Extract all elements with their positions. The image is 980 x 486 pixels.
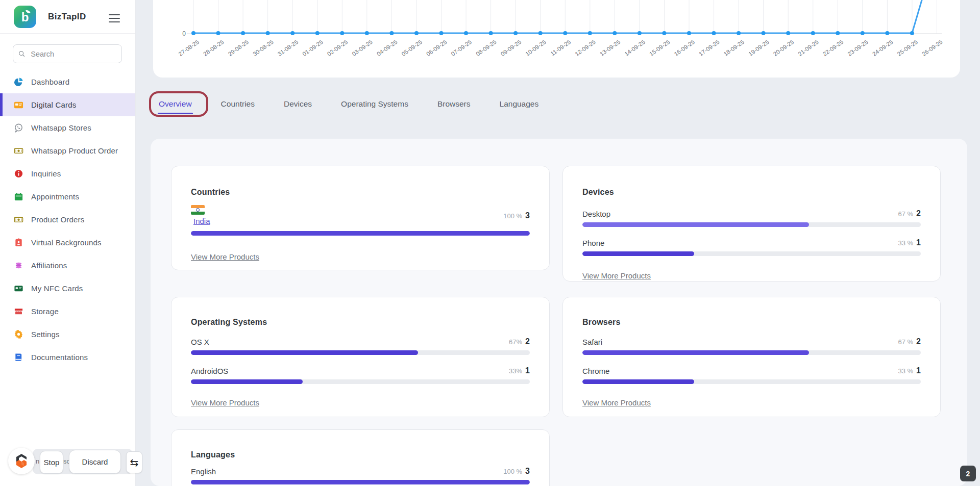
sidebar-item-my-nfc-cards[interactable]: My NFC Cards bbox=[0, 277, 135, 300]
progress-fill bbox=[191, 231, 530, 236]
progress-fill bbox=[582, 222, 809, 227]
sidebar-item-virtual-backgrounds[interactable]: Virtual Backgrounds bbox=[0, 231, 135, 254]
stop-button[interactable]: Stop bbox=[40, 451, 63, 474]
count-value: 1 bbox=[916, 366, 921, 375]
sidebar-item-appointments[interactable]: Appointments bbox=[0, 185, 135, 208]
search-icon bbox=[18, 50, 25, 58]
search-box[interactable] bbox=[13, 44, 122, 63]
gear-icon bbox=[14, 329, 23, 339]
svg-text:19-09-25: 19-09-25 bbox=[747, 39, 770, 57]
svg-text:18-09-25: 18-09-25 bbox=[723, 39, 746, 57]
sidebar-item-digital-cards[interactable]: Digital Cards bbox=[0, 93, 135, 116]
progress-fill bbox=[191, 350, 418, 355]
operating-systems-card: Operating Systems OS X 67%2 AndroidOS 33… bbox=[171, 297, 550, 417]
id-card-icon bbox=[14, 100, 23, 110]
card-title: Countries bbox=[191, 188, 530, 197]
sidebar-item-label: Documentations bbox=[31, 353, 88, 362]
count-value: 2 bbox=[916, 209, 921, 218]
progress-track bbox=[191, 350, 530, 355]
tab-browsers[interactable]: Browsers bbox=[437, 94, 471, 114]
sidebar-item-inquiries[interactable]: Inquiries bbox=[0, 162, 135, 185]
percent-value: 67 % bbox=[898, 210, 913, 218]
svg-text:27-08-25: 27-08-25 bbox=[178, 39, 201, 57]
percent-value: 67% bbox=[509, 338, 522, 346]
svg-text:09-09-25: 09-09-25 bbox=[500, 39, 523, 57]
sidebar-item-settings[interactable]: Settings bbox=[0, 323, 135, 346]
svg-text:26-09-25: 26-09-25 bbox=[921, 39, 944, 57]
progress-track bbox=[582, 379, 921, 384]
svg-text:11-09-25: 11-09-25 bbox=[549, 39, 572, 57]
sidebar: b BizTapID Dashboard Digital Cards Whats… bbox=[0, 0, 136, 486]
sidebar-item-whatsapp-product-order[interactable]: Whatsapp Product Order bbox=[0, 139, 135, 162]
card-title: Operating Systems bbox=[191, 318, 530, 327]
sidebar-item-label: Whatsapp Product Order bbox=[31, 146, 118, 155]
calendar-icon bbox=[14, 192, 23, 201]
annotation-number-badge: 2 bbox=[960, 466, 976, 481]
sidebar-item-storage[interactable]: Storage bbox=[0, 300, 135, 323]
svg-text:28-08-25: 28-08-25 bbox=[202, 39, 225, 57]
svg-text:24-09-25: 24-09-25 bbox=[871, 39, 894, 57]
pie-chart-icon bbox=[14, 77, 23, 87]
sidebar-item-documentations[interactable]: Documentations bbox=[0, 346, 135, 369]
sidebar-item-label: Appointments bbox=[31, 192, 79, 201]
agent-logo-icon bbox=[14, 453, 29, 469]
sidebar-item-label: Virtual Backgrounds bbox=[31, 238, 102, 247]
svg-text:30-08-25: 30-08-25 bbox=[252, 39, 275, 57]
visits-line-chart: 27-08-2528-08-2529-08-2530-08-2531-08-25… bbox=[153, 0, 960, 78]
analytics-tabs: Overview Countries Devices Operating Sys… bbox=[159, 93, 538, 115]
sidebar-item-label: My NFC Cards bbox=[31, 284, 83, 293]
view-more-products-link[interactable]: View More Products bbox=[191, 252, 259, 261]
row-label: Desktop bbox=[582, 210, 610, 218]
coins-icon bbox=[14, 261, 23, 270]
search-input[interactable] bbox=[30, 49, 116, 59]
svg-text:05-09-25: 05-09-25 bbox=[400, 39, 423, 57]
view-more-products-link[interactable]: View More Products bbox=[191, 398, 259, 407]
row-label: Chrome bbox=[582, 367, 609, 375]
hamburger-menu-icon[interactable] bbox=[109, 14, 120, 22]
svg-text:31-08-25: 31-08-25 bbox=[277, 39, 300, 57]
percent-value: 67 % bbox=[898, 338, 913, 346]
discard-button[interactable]: Discard bbox=[69, 450, 121, 474]
progress-track bbox=[191, 379, 530, 384]
cash-icon bbox=[14, 146, 23, 156]
svg-text:21-09-25: 21-09-25 bbox=[797, 39, 820, 57]
country-link[interactable]: India bbox=[193, 217, 210, 225]
sidebar-item-dashboard[interactable]: Dashboard bbox=[0, 70, 135, 93]
svg-text:13-09-25: 13-09-25 bbox=[599, 39, 622, 57]
tab-overview[interactable]: Overview bbox=[159, 94, 192, 114]
progress-fill bbox=[582, 350, 809, 355]
sidebar-item-affiliations[interactable]: Affiliations bbox=[0, 254, 135, 277]
tab-devices[interactable]: Devices bbox=[284, 94, 312, 114]
count-value: 2 bbox=[525, 337, 530, 346]
progress-fill bbox=[582, 251, 694, 256]
sidebar-item-product-orders[interactable]: Product Orders bbox=[0, 208, 135, 231]
row-label: Phone bbox=[582, 239, 604, 247]
sidebar-item-label: Product Orders bbox=[31, 215, 85, 224]
svg-text:04-09-25: 04-09-25 bbox=[376, 39, 399, 57]
view-more-products-link[interactable]: View More Products bbox=[582, 398, 651, 407]
nfc-card-icon bbox=[14, 284, 23, 293]
app-title: BizTapID bbox=[48, 12, 86, 22]
count-value: 3 bbox=[525, 467, 530, 475]
cash-icon bbox=[14, 215, 23, 224]
card-title: Devices bbox=[582, 188, 921, 197]
sidebar-item-whatsapp-stores[interactable]: Whatsapp Stores bbox=[0, 116, 135, 139]
svg-text:06-09-25: 06-09-25 bbox=[425, 39, 448, 57]
tab-countries[interactable]: Countries bbox=[221, 94, 255, 114]
languages-card: Languages English 100 %3 bbox=[171, 429, 550, 486]
sidebar-nav: Dashboard Digital Cards Whatsapp Stores … bbox=[0, 70, 135, 369]
view-more-products-link[interactable]: View More Products bbox=[582, 271, 651, 280]
tab-languages[interactable]: Languages bbox=[500, 94, 539, 114]
tab-operating-systems[interactable]: Operating Systems bbox=[341, 94, 408, 114]
swap-arrows-button[interactable]: ⇆ bbox=[126, 451, 142, 473]
svg-text:23-09-25: 23-09-25 bbox=[846, 39, 869, 57]
svg-text:25-09-25: 25-09-25 bbox=[896, 39, 919, 57]
percent-value: 100 % bbox=[503, 468, 522, 475]
progress-track bbox=[582, 251, 921, 256]
agent-logo-button[interactable] bbox=[8, 448, 35, 474]
sidebar-item-label: Dashboard bbox=[31, 78, 69, 86]
progress-fill bbox=[191, 480, 530, 484]
count-value: 2 bbox=[916, 337, 921, 346]
overview-section: Countries India 100 %3 View More Product… bbox=[151, 139, 967, 486]
percent-value: 33 % bbox=[898, 239, 913, 247]
